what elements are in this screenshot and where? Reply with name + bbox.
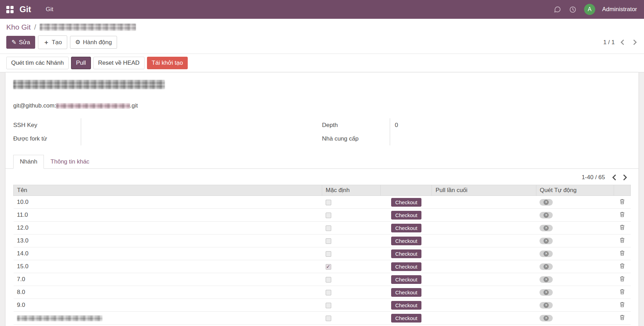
column-name[interactable]: Tên (14, 185, 322, 196)
column-last-pull[interactable]: Pull lần cuối (432, 185, 536, 196)
pager-next-icon[interactable] (633, 39, 638, 46)
default-checkbox[interactable] (326, 277, 331, 283)
branch-list-pager: 1-40 / 65 (6, 169, 638, 185)
create-button[interactable]: ＋ Tạo (38, 35, 67, 49)
default-checkbox[interactable] (326, 290, 331, 295)
column-default[interactable]: Mặc định (322, 185, 381, 196)
checkout-button[interactable]: Checkout (391, 211, 421, 220)
checkout-button[interactable]: Checkout (391, 301, 421, 310)
last-pull-value (432, 286, 536, 299)
redacted-repo-title (13, 80, 165, 89)
delete-icon[interactable] (620, 250, 625, 257)
messages-icon[interactable] (553, 5, 562, 14)
menu-item-git[interactable]: Git (46, 6, 53, 13)
pull-button[interactable]: Pull (71, 57, 91, 69)
form-sheet: git@github.com: .git SSH Key Được fork t… (6, 72, 638, 326)
last-pull-value (432, 312, 536, 325)
checkout-button[interactable]: Checkout (391, 224, 421, 232)
checkout-button[interactable]: Checkout (391, 314, 421, 323)
scan-branches-button[interactable]: Quét tìm các Nhánh (6, 57, 69, 69)
branch-row: 12.0Checkout× (14, 222, 631, 234)
app-title[interactable]: Git (20, 5, 31, 14)
delete-icon[interactable] (620, 212, 625, 219)
delete-icon[interactable] (620, 224, 625, 232)
checkout-button[interactable]: Checkout (391, 275, 421, 284)
auto-scan-toggle[interactable]: × (540, 276, 553, 283)
default-checkbox[interactable] (326, 303, 331, 308)
edit-button[interactable]: ✎ Sửa (6, 36, 35, 49)
branch-row: 15.0Checkout× (14, 260, 631, 273)
branch-table: Tên Mặc định Pull lần cuối Quét Tự động … (13, 185, 631, 325)
repo-url: git@github.com: .git (6, 89, 638, 109)
breadcrumb-root-link[interactable]: Kho Git (6, 23, 31, 31)
pencil-icon: ✎ (11, 39, 16, 46)
reinitialize-button[interactable]: Tái khởi tạo (147, 57, 188, 69)
value-provider[interactable] (390, 136, 395, 142)
delete-icon[interactable] (620, 289, 625, 296)
tab-other-info[interactable]: Thông tin khác (44, 155, 96, 169)
last-pull-value (432, 234, 536, 247)
branch-name: 7.0 (14, 273, 322, 286)
default-checkbox[interactable] (326, 200, 331, 205)
branch-row: Checkout× (14, 312, 631, 325)
default-checkbox[interactable] (326, 251, 331, 257)
default-checkbox[interactable] (326, 238, 331, 244)
default-checkbox[interactable] (326, 213, 331, 218)
apps-menu-icon[interactable] (0, 0, 20, 19)
delete-icon[interactable] (620, 302, 625, 309)
value-depth[interactable]: 0 (390, 122, 398, 129)
auto-scan-toggle[interactable]: × (540, 251, 553, 257)
label-ssh-key: SSH Key (13, 118, 81, 132)
auto-scan-toggle[interactable]: × (540, 225, 553, 231)
label-provider: Nhà cung cấp (322, 132, 390, 145)
control-panel: Kho Git / ✎ Sửa ＋ Tạo ⚙ Hành động 1 / 1 (0, 19, 644, 54)
auto-scan-toggle[interactable]: × (540, 289, 553, 296)
action-button[interactable]: ⚙ Hành động (70, 36, 117, 49)
auto-scan-toggle[interactable]: × (540, 302, 553, 309)
value-forked-from[interactable] (81, 136, 86, 142)
delete-icon[interactable] (620, 263, 625, 270)
checkout-button[interactable]: Checkout (391, 288, 421, 297)
default-checkbox[interactable] (326, 225, 331, 231)
auto-scan-toggle[interactable]: × (540, 212, 553, 218)
auto-scan-toggle[interactable]: × (540, 199, 553, 206)
auto-scan-toggle[interactable]: × (540, 315, 553, 321)
column-auto-scan[interactable]: Quét Tự động (536, 185, 614, 196)
branch-pager-previous-icon[interactable] (611, 174, 617, 181)
delete-icon[interactable] (620, 315, 625, 322)
user-menu[interactable]: Administrator (602, 6, 637, 13)
branch-name: 13.0 (14, 234, 322, 247)
activities-clock-icon[interactable] (569, 5, 577, 14)
plus-icon: ＋ (43, 38, 49, 46)
default-checkbox[interactable] (326, 316, 331, 321)
branch-name: 12.0 (14, 222, 322, 234)
branch-row: 14.0Checkout× (14, 247, 631, 260)
last-pull-value (432, 260, 536, 273)
branch-name: 10.0 (14, 196, 322, 209)
notebook-tabs: Nhánh Thông tin khác (6, 155, 638, 169)
delete-icon[interactable] (620, 237, 625, 245)
redacted-record-name (40, 24, 136, 31)
delete-icon[interactable] (620, 276, 625, 283)
default-checkbox[interactable] (326, 264, 331, 270)
auto-scan-toggle[interactable]: × (540, 263, 553, 270)
auto-scan-toggle[interactable]: × (540, 238, 553, 244)
checkout-button[interactable]: Checkout (391, 198, 421, 207)
branch-name: 14.0 (14, 247, 322, 260)
user-avatar[interactable]: A (584, 4, 595, 15)
checkout-button[interactable]: Checkout (391, 262, 421, 271)
last-pull-value (432, 247, 536, 260)
repo-url-prefix: git@github.com: (13, 102, 56, 109)
pager-previous-icon[interactable] (620, 39, 625, 46)
checkout-button[interactable]: Checkout (391, 237, 421, 245)
branch-row: 11.0Checkout× (14, 209, 631, 222)
branch-pager-next-icon[interactable] (622, 174, 628, 181)
branch-name: 9.0 (14, 299, 322, 312)
reset-head-button[interactable]: Reset về HEAD (93, 57, 145, 69)
delete-icon[interactable] (620, 199, 625, 206)
record-pager-value: 1 / 1 (603, 39, 615, 46)
value-ssh-key[interactable] (81, 122, 86, 128)
branch-row: 13.0Checkout× (14, 234, 631, 247)
tab-branches[interactable]: Nhánh (13, 155, 44, 169)
checkout-button[interactable]: Checkout (391, 249, 421, 258)
